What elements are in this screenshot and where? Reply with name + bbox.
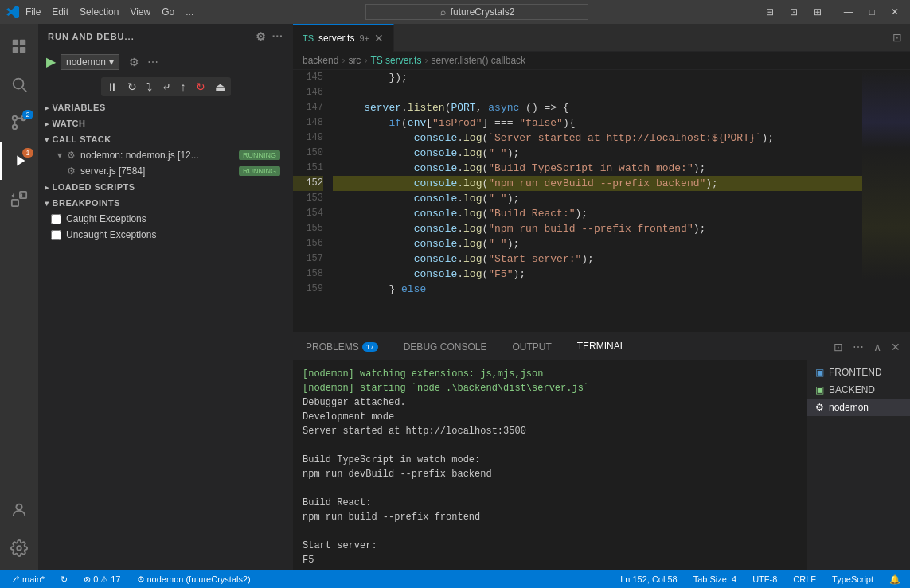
menu-bar: File Edit Selection View Go ... — [25, 6, 193, 18]
tab-server-ts[interactable]: TS server.ts 9+ ✕ — [293, 24, 394, 52]
terminal-line-12 — [303, 524, 797, 539]
line-ending-status[interactable]: CRLF — [790, 574, 819, 584]
activity-run-debug[interactable]: 1 — [0, 142, 38, 180]
code-line-146 — [333, 85, 862, 100]
sync-status[interactable]: ↻ — [57, 574, 71, 585]
call-stack-section-header[interactable]: ▾ CALL STACK — [38, 131, 293, 147]
debug-config-dropdown[interactable]: nodemon ▾ — [61, 54, 119, 70]
split-editor-icon[interactable]: ⊡ — [891, 29, 904, 45]
menu-view[interactable]: View — [130, 6, 150, 18]
window-split-icon[interactable]: ⊡ — [785, 5, 803, 19]
continue-btn[interactable]: ⏸ — [103, 79, 122, 95]
terminal-output[interactable]: [nodemon] watching extensions: js,mjs,js… — [293, 360, 807, 570]
server-running-badge: RUNNING — [239, 166, 280, 176]
maximize-panel-icon[interactable]: ∧ — [870, 339, 885, 355]
debug-play-button[interactable]: ▶ — [45, 53, 57, 71]
tab-size-status[interactable]: Tab Size: 4 — [690, 574, 740, 584]
caught-exceptions-label: Caught Exceptions — [66, 213, 146, 224]
more-icon[interactable]: ⋯ — [271, 30, 283, 43]
window-panels-icon[interactable]: ⊞ — [809, 5, 826, 19]
branch-status[interactable]: ⎇ main* — [6, 574, 48, 585]
activity-source-control[interactable]: 2 — [0, 103, 38, 142]
sidebar-content: ▸ VARIABLES ▸ WATCH ▾ CALL STACK ▾ ⚙ nod… — [38, 99, 293, 570]
line-num-148: 148 — [293, 115, 323, 130]
close-panel-icon[interactable]: ✕ — [888, 339, 904, 355]
menu-go[interactable]: Go — [162, 6, 174, 18]
sidebar-title: RUN AND DEBU... — [48, 32, 135, 41]
close-btn[interactable]: ✕ — [886, 5, 904, 19]
variables-section-header[interactable]: ▸ VARIABLES — [38, 99, 293, 115]
menu-selection[interactable]: Selection — [80, 6, 119, 18]
debug-controls-bar: ⏸ ↻ ⤵ ⤶ ↑ ↻ ⏏ — [38, 74, 293, 99]
panel-tab-terminal[interactable]: TERMINAL — [564, 333, 639, 360]
code-lines[interactable]: }); server.listen(PORT, async () => { if… — [333, 70, 862, 332]
breadcrumb-backend[interactable]: backend — [303, 55, 338, 66]
panel-tab-problems[interactable]: PROBLEMS 17 — [293, 333, 391, 360]
watch-section-header[interactable]: ▸ WATCH — [38, 115, 293, 131]
line-numbers: 145 146 147 148 149 150 151 152 153 154 … — [293, 70, 333, 332]
step-out-btn[interactable]: ⤶ — [158, 79, 175, 95]
encoding-status[interactable]: UTF-8 — [749, 574, 780, 584]
menu-more[interactable]: ... — [186, 6, 193, 18]
terminal-frontend[interactable]: ▣ FRONTEND — [807, 364, 910, 381]
output-label: OUTPUT — [512, 341, 551, 352]
search-text[interactable]: futureCrystals2 — [451, 6, 515, 18]
language-label: TypeScript — [832, 574, 873, 584]
uncaught-exceptions-breakpoint[interactable]: Uncaught Exceptions — [38, 227, 293, 243]
call-stack-server[interactable]: ⚙ server.js [7584] RUNNING — [38, 163, 293, 179]
debug-settings-btn[interactable]: ⚙ — [126, 54, 143, 70]
terminal-nodemon[interactable]: ⚙ nodemon — [807, 399, 910, 416]
breadcrumb-file[interactable]: TS server.ts — [370, 55, 421, 66]
terminal-line-9 — [303, 481, 797, 496]
code-line-148: if(env["isProd"] === "false"){ — [333, 115, 862, 130]
split-terminal-icon[interactable]: ⊡ — [830, 339, 846, 355]
maximize-btn[interactable]: □ — [865, 5, 880, 19]
cursor-pos-label: Ln 152, Col 58 — [620, 574, 678, 584]
search-area: ⌕ futureCrystals2 — [200, 4, 755, 20]
cursor-position[interactable]: Ln 152, Col 58 — [617, 574, 681, 584]
terminal-line-10: Build React: — [303, 496, 797, 510]
errors-status[interactable]: ⊗ 0 ⚠ 17 — [80, 574, 123, 585]
breadcrumb: backend › src › TS server.ts › server.li… — [293, 52, 910, 70]
panel-tab-debug-console[interactable]: DEBUG CONSOLE — [391, 333, 500, 360]
line-num-155: 155 — [293, 221, 323, 236]
warning-icon: ⚠ — [100, 574, 108, 585]
terminal-sidebar: ▣ FRONTEND ▣ BACKEND ⚙ nodemon — [807, 360, 910, 570]
uncaught-exceptions-label: Uncaught Exceptions — [66, 229, 156, 240]
notifications-btn[interactable]: 🔔 — [886, 574, 904, 585]
minimize-btn[interactable]: — — [839, 5, 858, 19]
step-into-btn[interactable]: ⤵ — [143, 79, 156, 95]
more-panel-icon[interactable]: ⋯ — [849, 339, 867, 355]
caught-exceptions-checkbox[interactable] — [51, 214, 61, 224]
settings-icon[interactable]: ⚙ — [256, 30, 267, 43]
line-num-147: 147 — [293, 100, 323, 115]
caught-exceptions-breakpoint[interactable]: Caught Exceptions — [38, 211, 293, 227]
terminal-line-8: npm run devBuild --prefix backend — [303, 467, 797, 481]
step-over-btn[interactable]: ↻ — [123, 79, 141, 95]
activity-account[interactable] — [0, 491, 38, 529]
activity-search[interactable] — [0, 65, 38, 103]
activity-extensions[interactable] — [0, 180, 38, 218]
language-status[interactable]: TypeScript — [829, 574, 877, 584]
uncaught-exceptions-checkbox[interactable] — [51, 230, 61, 240]
breadcrumb-src[interactable]: src — [348, 55, 361, 66]
svg-rect-11 — [20, 192, 26, 198]
debug-status[interactable]: ⚙ nodemon (futureCrystals2) — [134, 574, 254, 585]
tab-close-btn[interactable]: ✕ — [374, 32, 384, 45]
disconnect-btn[interactable]: ⏏ — [211, 79, 229, 95]
panel-tab-output[interactable]: OUTPUT — [499, 333, 564, 360]
line-num-159: 159 — [293, 282, 323, 297]
menu-file[interactable]: File — [25, 6, 41, 18]
debug-more-btn[interactable]: ⋯ — [144, 54, 162, 70]
breakpoints-section-header[interactable]: ▾ BREAKPOINTS — [38, 195, 293, 211]
activity-explorer[interactable] — [0, 27, 38, 65]
menu-edit[interactable]: Edit — [52, 6, 68, 18]
restart-btn[interactable]: ↑ — [177, 79, 190, 95]
loaded-scripts-section-header[interactable]: ▸ LOADED SCRIPTS — [38, 179, 293, 195]
window-layouts-icon[interactable]: ⊟ — [761, 5, 779, 19]
breadcrumb-symbol[interactable]: server.listen() callback — [431, 55, 525, 66]
stop-btn[interactable]: ↻ — [192, 79, 209, 95]
activity-settings[interactable] — [0, 529, 38, 567]
call-stack-nodemon[interactable]: ▾ ⚙ nodemon: nodemon.js [12... RUNNING — [38, 147, 293, 163]
terminal-backend[interactable]: ▣ BACKEND — [807, 381, 910, 399]
